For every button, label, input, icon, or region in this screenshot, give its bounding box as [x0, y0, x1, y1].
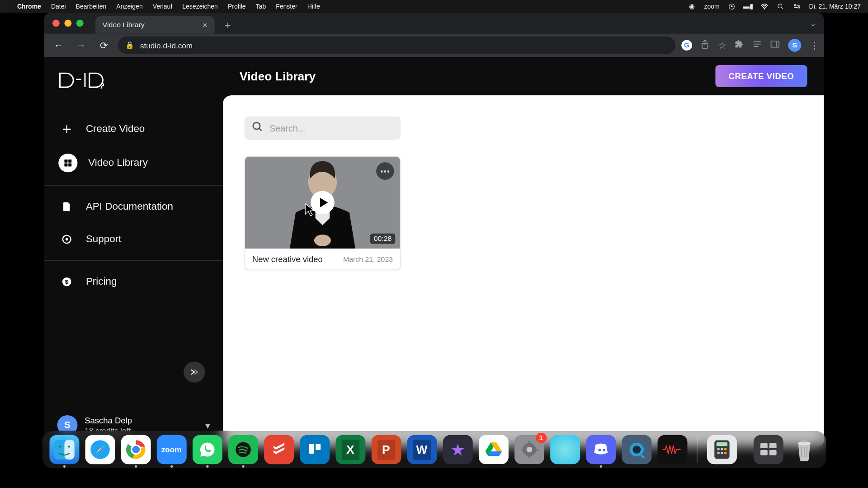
- sidebar-item-api-docs[interactable]: API Documentation: [44, 190, 223, 223]
- search-input[interactable]: [269, 123, 393, 133]
- dock-app-calculator[interactable]: [707, 435, 736, 464]
- video-thumbnail[interactable]: ⋯ 00:28: [245, 156, 400, 249]
- svg-line-26: [259, 128, 261, 131]
- battery-icon[interactable]: ▬▮: [744, 2, 752, 10]
- svg-line-62: [801, 447, 802, 458]
- grid-icon: [58, 154, 77, 172]
- video-title: New creative video: [252, 254, 323, 264]
- svg-point-31: [58, 446, 60, 447]
- dock-app-todoist[interactable]: [264, 435, 294, 464]
- window-close-button[interactable]: [52, 19, 60, 26]
- screen-mirror-icon[interactable]: ⦿: [728, 2, 736, 10]
- search-box[interactable]: [245, 116, 401, 140]
- search-icon[interactable]: [777, 2, 785, 10]
- dock-app-mission-control[interactable]: [753, 435, 783, 464]
- control-center-icon[interactable]: [793, 2, 801, 10]
- menu-item-tab[interactable]: Tab: [256, 3, 266, 10]
- browser-tab[interactable]: Video Library ×: [95, 16, 215, 34]
- svg-point-1: [778, 4, 782, 8]
- dock-app-safari[interactable]: [85, 435, 115, 464]
- address-bar[interactable]: 🔒 studio.d-id.com: [118, 37, 675, 54]
- svg-rect-19: [64, 163, 67, 166]
- dock-app-voice-memos[interactable]: [657, 435, 687, 464]
- forward-button[interactable]: →: [73, 37, 90, 53]
- dock-app-settings[interactable]: 1: [514, 435, 544, 464]
- bookmark-star-icon[interactable]: ☆: [718, 40, 726, 51]
- logo[interactable]: [44, 67, 223, 113]
- wifi-icon[interactable]: [760, 2, 769, 10]
- menu-item-verlauf[interactable]: Verlauf: [153, 3, 173, 10]
- svg-point-32: [68, 446, 70, 447]
- dock-app-whatsapp[interactable]: [192, 435, 222, 464]
- extensions-icon[interactable]: [735, 39, 744, 51]
- menu-item-lesezeichen[interactable]: Lesezeichen: [182, 3, 218, 10]
- menu-item-anzeigen[interactable]: Anzeigen: [116, 3, 142, 10]
- dock-app-powerpoint[interactable]: P: [371, 435, 401, 464]
- zoom-menubar-label[interactable]: zoom: [704, 3, 719, 10]
- settings-badge: 1: [536, 433, 547, 443]
- sidebar-collapse-button[interactable]: [184, 361, 205, 382]
- dock-app-excel[interactable]: X: [335, 435, 365, 464]
- create-video-button[interactable]: CREATE VIDEO: [715, 65, 807, 87]
- svg-rect-11: [771, 41, 779, 47]
- menubar-app-name[interactable]: Chrome: [17, 3, 41, 10]
- sidebar-item-label: Create Video: [86, 123, 145, 135]
- dock-app-imovie[interactable]: ★: [443, 435, 472, 464]
- play-button[interactable]: [311, 191, 335, 215]
- svg-point-0: [764, 8, 765, 9]
- main-header: Video Library CREATE VIDEO: [223, 57, 824, 95]
- dock-app-drive[interactable]: [478, 435, 508, 464]
- menu-item-bearbeiten[interactable]: Bearbeiten: [76, 3, 107, 10]
- svg-point-41: [526, 447, 532, 452]
- video-meta: New creative video March 21, 2023: [245, 249, 400, 269]
- video-card[interactable]: ⋯ 00:28 New creative video March 21, 202…: [245, 156, 401, 270]
- dock-app-trash[interactable]: [789, 435, 819, 464]
- profile-avatar[interactable]: S: [788, 39, 801, 52]
- new-tab-button[interactable]: +: [219, 17, 236, 33]
- google-account-icon[interactable]: G: [681, 40, 692, 51]
- svg-point-50: [717, 448, 720, 450]
- dock-app-trello[interactable]: [300, 435, 330, 464]
- svg-rect-17: [64, 160, 67, 163]
- sidebar-item-create-video[interactable]: Create Video: [44, 113, 223, 145]
- dock-app-chrome[interactable]: [121, 435, 151, 464]
- sidebar-item-pricing[interactable]: $ Pricing: [44, 266, 223, 298]
- dollar-icon: $: [58, 274, 75, 290]
- tab-list-button[interactable]: ⌄: [810, 19, 817, 28]
- svg-rect-59: [769, 450, 776, 455]
- dock-app-word[interactable]: W: [407, 435, 437, 464]
- dock-app-discord[interactable]: [586, 435, 616, 464]
- svg-point-52: [724, 448, 726, 450]
- video-date: March 21, 2023: [343, 255, 393, 263]
- support-icon: [58, 231, 75, 247]
- reading-list-icon[interactable]: [752, 40, 762, 51]
- card-menu-button[interactable]: ⋯: [376, 162, 394, 180]
- window-minimize-button[interactable]: [64, 19, 71, 26]
- menu-item-fenster[interactable]: Fenster: [276, 3, 297, 10]
- record-icon[interactable]: ◉: [688, 2, 696, 10]
- dock-app-spotify[interactable]: [228, 435, 258, 464]
- menu-item-profile[interactable]: Profile: [228, 3, 246, 10]
- dock-app-zoom[interactable]: zoom: [156, 435, 186, 464]
- search-icon: [251, 121, 263, 135]
- dock-separator: [697, 436, 697, 463]
- window-maximize-button[interactable]: [76, 19, 84, 26]
- back-button[interactable]: ←: [50, 37, 67, 53]
- sidepanel-icon[interactable]: [770, 40, 780, 51]
- sidebar-item-support[interactable]: Support: [44, 223, 223, 255]
- reload-button[interactable]: ⟳: [95, 37, 112, 53]
- svg-point-47: [632, 446, 641, 454]
- dock-app-finder[interactable]: [49, 435, 79, 464]
- svg-point-55: [724, 452, 726, 454]
- tab-close-button[interactable]: ×: [203, 20, 208, 30]
- browser-menu-button[interactable]: ⋮: [810, 40, 818, 51]
- menu-item-hilfe[interactable]: Hilfe: [307, 3, 320, 10]
- menu-item-datei[interactable]: Datei: [51, 3, 66, 10]
- svg-line-2: [781, 7, 783, 9]
- sidebar-item-video-library[interactable]: Video Library: [44, 145, 223, 180]
- dock-app-quicktime[interactable]: [622, 435, 651, 464]
- menubar-clock[interactable]: Di. 21. März 10:27: [809, 3, 861, 10]
- share-icon[interactable]: [700, 39, 709, 52]
- dock-app-siri[interactable]: [550, 435, 580, 464]
- tab-strip: Video Library × + ⌄: [44, 13, 824, 33]
